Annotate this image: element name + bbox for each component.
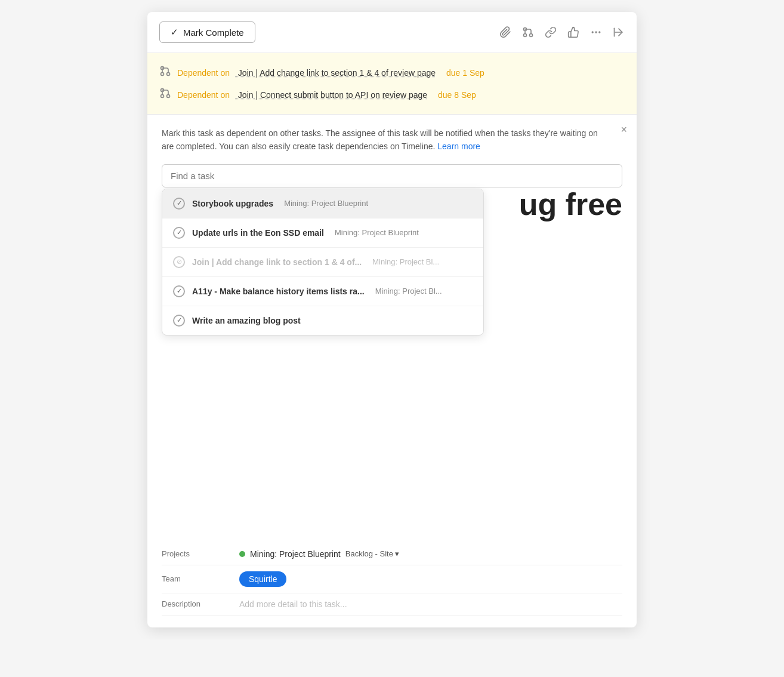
dependencies-banner: Dependent on Join | Add change link to s…: [147, 53, 637, 115]
check-icon-4: ✓: [173, 285, 185, 297]
checkmark-icon: ✓: [171, 27, 178, 38]
info-text-content: Mark this task as dependent on other tas…: [162, 128, 598, 151]
expand-icon[interactable]: [613, 26, 625, 38]
item-project-1: Mining: Project Blueprint: [284, 199, 368, 208]
dep-due-1: due 1 Sep: [444, 68, 484, 78]
team-badge[interactable]: Squirtle: [239, 571, 286, 587]
backlog-label: Backlog - Site: [345, 549, 393, 558]
fields-section: Projects Mining: Project Blueprint Backl…: [147, 527, 637, 627]
close-button[interactable]: ×: [621, 124, 627, 135]
dropdown-item-3: ⊘ Join | Add change link to section 1 & …: [162, 248, 483, 277]
dropdown-item-4[interactable]: ✓ A11y - Make balance history items list…: [162, 277, 483, 306]
team-label: Team: [162, 574, 239, 583]
info-text: Mark this task as dependent on other tas…: [162, 127, 622, 153]
description-label: Description: [162, 599, 239, 608]
project-color-dot: [239, 551, 245, 557]
mark-complete-label: Mark Complete: [183, 27, 244, 38]
team-row: Team Squirtle: [162, 565, 622, 593]
dep-task-1[interactable]: Join | Add change link to section 1 & 4 …: [236, 68, 436, 78]
check-icon-3: ⊘: [173, 256, 185, 268]
project-name[interactable]: Mining: Project Blueprint: [250, 549, 341, 559]
branch-icon[interactable]: [522, 26, 534, 38]
dependency-icon-1: [159, 65, 171, 80]
item-project-2: Mining: Project Blueprint: [335, 228, 419, 237]
description-placeholder: Add more detail to this task...: [239, 599, 347, 609]
dep-label-2: Dependent on: [177, 90, 230, 100]
attachment-icon[interactable]: [499, 26, 511, 38]
toolbar: ✓ Mark Complete: [147, 12, 637, 53]
item-name-3: Join | Add change link to section 1 & 4 …: [192, 257, 362, 267]
check-icon-5: ✓: [173, 315, 185, 327]
search-input[interactable]: [162, 164, 622, 187]
team-value: Squirtle: [239, 571, 286, 587]
search-container: [162, 164, 622, 187]
dependency-row-1: Dependent on Join | Add change link to s…: [159, 61, 625, 84]
backlog-dropdown[interactable]: Backlog - Site ▾: [345, 549, 399, 558]
svg-point-6: [599, 32, 600, 33]
dropdown-item-2[interactable]: ✓ Update urls in the Eon SSD email Minin…: [162, 219, 483, 248]
link-icon[interactable]: [545, 26, 557, 38]
check-icon-2: ✓: [173, 227, 185, 239]
main-content: × Mark this task as dependent on other t…: [147, 115, 637, 336]
item-name-4: A11y - Make balance history items lists …: [192, 287, 365, 296]
toolbar-icons: [499, 26, 625, 38]
thumbsup-icon[interactable]: [567, 26, 579, 38]
item-project-3: Mining: Project Bl...: [372, 257, 439, 266]
dependency-row-2: Dependent on Join | Connect submit butto…: [159, 84, 625, 106]
check-icon-1: ✓: [173, 198, 185, 210]
chevron-down-icon: ▾: [395, 549, 399, 558]
projects-row: Projects Mining: Project Blueprint Backl…: [162, 543, 622, 565]
item-project-4: Mining: Project Bl...: [375, 287, 442, 296]
learn-more-link[interactable]: Learn more: [437, 141, 480, 151]
dependency-icon-2: [159, 87, 171, 102]
description-row: Description Add more detail to this task…: [162, 593, 622, 616]
item-name-5: Write an amazing blog post: [192, 316, 301, 325]
task-dropdown: ✓ Storybook upgrades Mining: Project Blu…: [162, 189, 484, 336]
svg-point-4: [592, 32, 593, 33]
item-name-2: Update urls in the Eon SSD email: [192, 228, 324, 238]
dropdown-item-1[interactable]: ✓ Storybook upgrades Mining: Project Blu…: [162, 189, 483, 219]
description-value[interactable]: Add more detail to this task...: [239, 599, 347, 609]
projects-value: Mining: Project Blueprint Backlog - Site…: [239, 549, 399, 559]
more-icon[interactable]: [590, 26, 602, 38]
task-panel: ✓ Mark Complete: [147, 12, 637, 627]
projects-label: Projects: [162, 549, 239, 558]
dep-due-2: due 8 Sep: [436, 90, 476, 100]
item-name-1: Storybook upgrades: [192, 199, 273, 208]
dropdown-item-5[interactable]: ✓ Write an amazing blog post: [162, 306, 483, 335]
dep-label-1: Dependent on: [177, 68, 230, 78]
mark-complete-button[interactable]: ✓ Mark Complete: [159, 21, 255, 43]
svg-point-5: [595, 32, 597, 33]
bg-task-title: ug free: [519, 186, 622, 222]
dep-task-2[interactable]: Join | Connect submit button to API on r…: [236, 90, 427, 100]
